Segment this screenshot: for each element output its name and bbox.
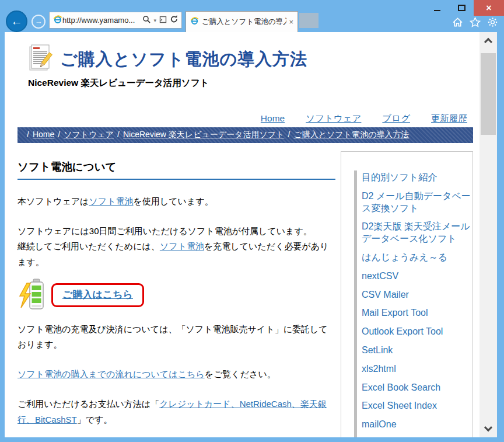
sidebar-link[interactable]: D2楽天版 楽天受注メールデータベース化ソフト	[362, 221, 470, 243]
chevron-up-icon	[484, 38, 492, 46]
breadcrumb-link[interactable]: ご購入とソフト電池の導入方法	[293, 130, 409, 139]
paragraph-trial: ソフトウェアには30日間ご利用いただけるソフト電池が付属しています。継続してご利…	[18, 224, 335, 270]
paragraph-flow: ソフト電池の購入までの流れについてはこちらをご覧ください。	[18, 367, 335, 382]
sidebar-link[interactable]: Outlook Export Tool	[362, 326, 443, 336]
breadcrumb-link[interactable]: Home	[33, 130, 54, 139]
ie-icon	[190, 16, 199, 27]
text: ソフトウェアには30日間ご利用いただけるソフト電池が付属しています。	[18, 226, 312, 236]
chevron-down-icon	[484, 423, 492, 431]
page-scrollbar[interactable]	[480, 32, 497, 437]
scroll-up-button[interactable]	[480, 33, 497, 47]
page-content: ご購入とソフト電池の導入方法 NiceReview 楽天レビューデータ活用ソフト…	[5, 32, 480, 437]
sidebar-item: mailOne	[362, 419, 473, 431]
nav-link[interactable]: ソフトウェア	[306, 113, 361, 123]
forward-arrow-icon: →	[35, 17, 43, 26]
minimize-button[interactable]	[425, 0, 449, 16]
close-button[interactable]: ×	[474, 0, 504, 16]
browser-tab[interactable]: ご購入とソフト電池の導入方... ×	[186, 11, 298, 32]
refresh-icon[interactable]	[170, 15, 178, 26]
tab-close-icon[interactable]: ×	[289, 18, 293, 26]
favorites-star-icon[interactable]	[470, 17, 481, 27]
scroll-down-button[interactable]	[480, 422, 497, 436]
sidebar-item: CSV Mailer	[362, 289, 473, 301]
text: 」です。	[77, 415, 113, 424]
paragraph-uses-battery: 本ソフトウェアはソフト電池を使用しています。	[18, 194, 335, 210]
site-header: ご購入とソフト電池の導入方法 NiceReview 楽天レビューデータ活用ソフト	[18, 32, 473, 89]
minimize-icon	[434, 10, 440, 11]
sidebar-link[interactable]: Excel Sheet Index	[362, 401, 437, 410]
text: ご利用いただけるお支払い方法は「	[18, 399, 159, 409]
nav-link[interactable]: ブログ	[382, 113, 410, 123]
search-icon[interactable]	[142, 15, 150, 26]
nav-link[interactable]: 更新履歴	[431, 113, 467, 123]
sidebar-link[interactable]: CSV Mailer	[362, 290, 409, 300]
sidebar-link[interactable]: mailOne	[362, 419, 397, 429]
home-icon[interactable]	[452, 17, 463, 27]
sidebar-link[interactable]: 目的別ソフト紹介	[362, 172, 437, 182]
purchase-flow-link[interactable]: ソフト電池の購入までの流れについてはこちら	[18, 369, 205, 379]
main-content: ソフト電池について 本ソフトウェアはソフト電池を使用しています。 ソフトウェアに…	[18, 151, 335, 437]
sidebar-item: Mail Export Tool	[362, 307, 473, 319]
tab-title: ご購入とソフト電池の導入方...	[202, 17, 286, 27]
text: 継続してご利用いただくためには、	[18, 241, 160, 251]
sidebar-item: はんじょうみえ～る	[362, 252, 473, 264]
text: をご覧ください。	[205, 369, 276, 379]
nav-link[interactable]: Home	[261, 113, 285, 123]
sidebar-item: Outlook Export Tool	[362, 326, 473, 338]
url-text[interactable]: http://www.yamamo...	[62, 16, 142, 25]
sidebar-link[interactable]: nextCSV	[362, 271, 398, 281]
breadcrumb-item: /ご購入とソフト電池の導入方法	[284, 130, 409, 139]
sidebar-link[interactable]: Excel Book Search	[362, 382, 440, 392]
close-icon: ×	[486, 3, 491, 13]
sidebar: 目的別ソフト紹介D2 メール自動データベース変換ソフトD2楽天版 楽天受注メール…	[341, 151, 473, 437]
page-title: ご購入とソフト電池の導入方法	[60, 48, 307, 71]
site-logo-icon	[28, 44, 54, 75]
sidebar-link[interactable]: Mail Export Tool	[362, 308, 428, 318]
browser-toolbar	[452, 17, 498, 27]
breadcrumb-separator: /	[27, 130, 29, 139]
new-tab-button[interactable]	[299, 13, 318, 28]
address-bar[interactable]: http://www.yamamo... ▾	[49, 12, 182, 29]
sidebar-link[interactable]: SetLink	[362, 345, 393, 355]
sidebar-link[interactable]: D2 メール自動データベース変換ソフト	[362, 191, 471, 213]
breadcrumb-item: /ソフトウェア	[54, 130, 114, 139]
sidebar-item: D2楽天版 楽天受注メールデータベース化ソフト	[362, 221, 473, 245]
settings-gear-icon[interactable]	[487, 17, 498, 27]
sidebar-item: xls2html	[362, 363, 473, 375]
battery-charge-icon	[18, 277, 48, 314]
sidebar-item: Excel Book Search	[362, 382, 473, 394]
text: 本ソフトウェアは	[18, 196, 89, 206]
page-subtitle: NiceReview 楽天レビューデータ活用ソフト	[28, 77, 473, 89]
sidebar-item: D2 メール自動データベース変換ソフト	[362, 190, 473, 215]
purchase-row: ご購入はこちら	[18, 277, 335, 314]
breadcrumb-link[interactable]: ソフトウェア	[64, 130, 114, 139]
sidebar-link[interactable]: xls2html	[362, 364, 396, 374]
paragraph-charge-outsourced: ソフト電池の充電及び決済については、「ソフト電池販売サイト」に委託しております。	[18, 322, 335, 353]
purchase-highlight-box: ご購入はこちら	[51, 283, 144, 307]
breadcrumb-separator: /	[58, 130, 60, 139]
breadcrumb-link[interactable]: NiceReview 楽天レビューデータ活用ソフト	[123, 130, 284, 139]
soft-battery-link[interactable]: ソフト電池	[89, 196, 133, 206]
maximize-button[interactable]	[449, 0, 474, 16]
soft-battery-link[interactable]: ソフト電池	[160, 241, 204, 251]
top-navigation: Homeソフトウェアブログ更新履歴	[18, 113, 473, 125]
scrollbar-thumb[interactable]	[481, 53, 496, 135]
ie-icon	[53, 15, 62, 26]
compatibility-view-icon[interactable]	[159, 15, 167, 26]
sidebar-link-list: 目的別ソフト紹介D2 メール自動データベース変換ソフトD2楽天版 楽天受注メール…	[354, 170, 473, 437]
forward-button[interactable]: →	[32, 15, 46, 29]
back-button[interactable]: ←	[6, 11, 27, 32]
sidebar-link[interactable]: はんじょうみえ～る	[362, 252, 447, 262]
window-controls: ×	[425, 0, 504, 16]
text: を使用しています。	[134, 196, 214, 206]
sidebar-item: 目的別ソフト紹介	[362, 172, 473, 184]
breadcrumb: /Home/ソフトウェア/NiceReview 楽天レビューデータ活用ソフト/ご…	[18, 127, 473, 143]
sidebar-item: Excel Sheet Index	[362, 400, 473, 412]
breadcrumb-separator: /	[117, 130, 120, 139]
breadcrumb-item: /Home	[23, 130, 54, 139]
purchase-link[interactable]: ご購入はこちら	[62, 289, 133, 300]
sidebar-item: nextCSV	[362, 270, 473, 283]
paragraph-payment: ご利用いただけるお支払い方法は「クレジットカード、NetRideCash、楽天銀…	[18, 396, 335, 427]
chevron-down-icon[interactable]: ▾	[153, 18, 156, 23]
browser-window: ← → http://www.yamamo... ▾ ご購入とソフト電池の導入方…	[0, 0, 504, 442]
